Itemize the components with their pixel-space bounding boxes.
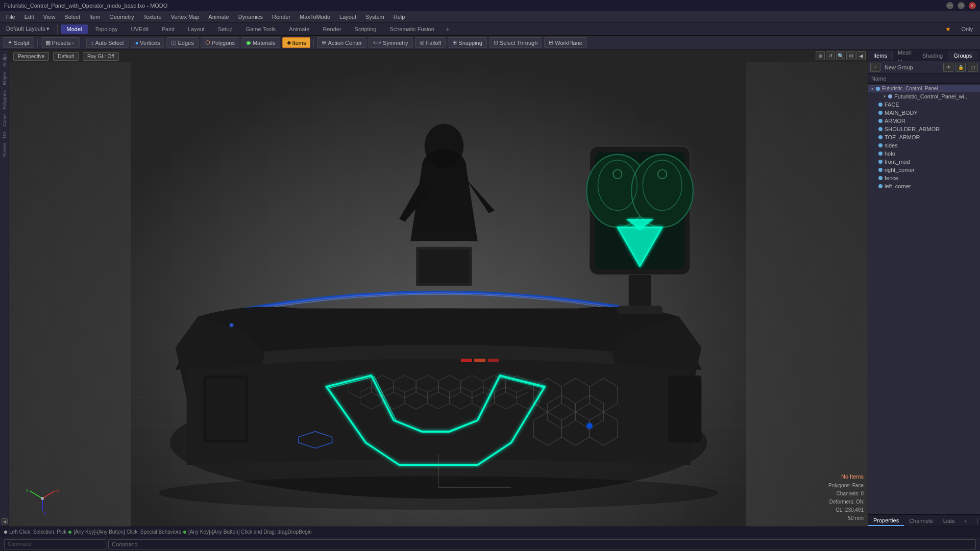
presets-button[interactable]: ▦ Presets ▸ [41, 37, 80, 48]
scene-tree[interactable]: ▾ Futuristic_Control_Panel_... ▾ Futuris… [868, 84, 980, 514]
minimize-button[interactable]: — [946, 2, 953, 9]
tab-animate[interactable]: Animate [283, 24, 315, 34]
sidebar-edges[interactable]: Edges [1, 70, 8, 87]
tab-uvedit[interactable]: UVEdit [125, 24, 155, 34]
tab-only-label[interactable]: Only [956, 24, 978, 34]
tree-item-right-corner[interactable]: right_corner [868, 166, 980, 174]
viewport[interactable]: Perspective Default Ray GL: Off ⊕ ↺ 🔍 ⚙ … [9, 50, 868, 527]
symmetry-button[interactable]: ⟺ Symmetry [369, 37, 413, 48]
menu-geometry[interactable]: Geometry [105, 13, 138, 21]
rp-lock-icon[interactable]: 🔒 [955, 63, 966, 72]
sidebar-uv[interactable]: UV [1, 130, 8, 140]
menu-file[interactable]: File [2, 13, 19, 21]
rpb-tab-channels[interactable]: Channels [904, 516, 938, 525]
menu-view[interactable]: View [39, 13, 60, 21]
perspective-button[interactable]: Perspective [13, 52, 49, 61]
sculpt-button[interactable]: ✦ Sculpt [3, 37, 34, 48]
tab-render[interactable]: Render [316, 24, 347, 34]
tree-item-root[interactable]: ▾ Futuristic_Control_Panel_wi... [868, 92, 980, 101]
materials-button[interactable]: ◉ Materials [241, 37, 280, 48]
tree-item-label-armor: ARMOR [885, 118, 905, 124]
sidebar-curve[interactable]: Curve [1, 112, 8, 129]
menu-layout[interactable]: Layout [335, 13, 360, 21]
close-button[interactable]: ✕ [969, 2, 976, 9]
rpb-tab-properties[interactable]: Properties [868, 516, 904, 526]
tab-scripting[interactable]: Scripting [349, 24, 383, 34]
menu-maxtomodo[interactable]: MaxToModo [296, 13, 334, 21]
maximize-button[interactable]: □ [958, 2, 965, 9]
tree-item-main-body[interactable]: MAIN_BODY [868, 109, 980, 117]
menu-render[interactable]: Render [268, 13, 295, 21]
auto-select-icon: ↕ [91, 40, 94, 46]
menu-texture[interactable]: Texture [139, 13, 166, 21]
snapping-button[interactable]: ⊞ Snapping [448, 37, 487, 48]
rp-tab-items[interactable]: Items [868, 51, 893, 60]
sidebar-polygons[interactable]: Polygons [1, 88, 8, 111]
svg-rect-54 [461, 359, 472, 362]
tab-add-button[interactable]: + [442, 23, 454, 35]
rp-square-icon[interactable]: ◻ [968, 63, 978, 72]
rp-tab-groups[interactable]: Groups [948, 51, 977, 60]
tree-root-group[interactable]: ▾ Futuristic_Control_Panel_... [868, 85, 980, 92]
tab-game-tools[interactable]: Game Tools [240, 24, 282, 34]
ray-gl-button[interactable]: Ray GL: Off [83, 52, 119, 61]
status-dot-white [4, 531, 7, 534]
select-through-button[interactable]: ⊡ Select Through [489, 37, 542, 48]
no-items-label: No Items [828, 472, 864, 482]
menu-vertex-map[interactable]: Vertex Map [167, 13, 204, 21]
command-input[interactable] [108, 539, 976, 549]
sidebar-fusion[interactable]: Fusion [1, 141, 8, 159]
vp-link-icon[interactable]: ⊕ [816, 51, 825, 60]
rp-eye-icon[interactable]: 👁 [943, 63, 953, 72]
auto-select-button[interactable]: ↕ Auto Select [86, 38, 129, 48]
vp-settings-icon[interactable]: ⚙ [846, 51, 855, 60]
tree-item-holo[interactable]: holo [868, 149, 980, 158]
vertices-button[interactable]: ● Vertices [131, 38, 165, 48]
action-center-button[interactable]: ⊕ Action Center [317, 37, 366, 48]
tab-setup[interactable]: Setup [212, 24, 239, 34]
presets-icon: ▦ [45, 39, 51, 46]
svg-rect-61 [206, 378, 246, 440]
rp-tab-mesh[interactable]: Mesh ... [893, 48, 917, 63]
tree-item-armor[interactable]: ARMOR [868, 117, 980, 125]
tree-item-sides[interactable]: sides [868, 141, 980, 149]
sidebar-sculpt[interactable]: Sculpt [1, 52, 8, 69]
tab-layout[interactable]: Layout [182, 24, 211, 34]
menu-dynamics[interactable]: Dynamics [234, 13, 267, 21]
sidebar-expand-icon[interactable]: ◀ [2, 518, 8, 524]
separator-1 [37, 38, 38, 47]
tree-item-front-mod[interactable]: front_mod [868, 158, 980, 166]
tab-model[interactable]: Model [61, 24, 88, 34]
default-shading-button[interactable]: Default [53, 52, 79, 61]
workplane-button[interactable]: ⊟ WorkPlane [544, 37, 587, 48]
edges-button[interactable]: ◫ Edges [166, 37, 198, 48]
new-group-button[interactable]: + [870, 63, 880, 72]
menu-system[interactable]: System [361, 13, 388, 21]
menu-item[interactable]: Item [85, 13, 104, 21]
vp-rotate-icon[interactable]: ↺ [826, 51, 835, 60]
svg-text:Z: Z [43, 511, 46, 516]
tab-paint[interactable]: Paint [156, 24, 181, 34]
menu-select[interactable]: Select [60, 13, 84, 21]
tree-item-toe-armor[interactable]: TOE_ARMOR [868, 133, 980, 141]
items-button[interactable]: ◈ Items [282, 37, 311, 48]
rp-tab-more[interactable]: ▾ [977, 51, 980, 61]
tree-item-face[interactable]: FACE [868, 101, 980, 109]
rpb-tab-lists[interactable]: Lists [938, 516, 960, 525]
rp-tab-shading[interactable]: Shading [917, 51, 948, 60]
menu-animate[interactable]: Animate [204, 13, 233, 21]
falloff-button[interactable]: ◎ Falloff [415, 37, 446, 48]
polygons-button[interactable]: ⬡ Polygons [201, 37, 239, 48]
tree-item-shoulder-armor[interactable]: SHOULDER_ARMOR [868, 125, 980, 133]
tab-schematic[interactable]: Schematic Fusion [383, 24, 440, 34]
vp-collapse-icon[interactable]: ◀ [856, 51, 866, 60]
menu-help[interactable]: Help [389, 13, 409, 21]
tab-topology[interactable]: Topology [89, 24, 124, 34]
rpb-expand-icon[interactable]: ⟨ [973, 517, 980, 525]
rpb-add-button[interactable]: + [960, 516, 971, 525]
tree-item-fence[interactable]: fence [868, 174, 980, 182]
default-layouts[interactable]: Default Layouts ▾ [2, 26, 54, 32]
tree-item-left-corner[interactable]: left_corner [868, 182, 980, 190]
menu-edit[interactable]: Edit [20, 13, 38, 21]
vp-zoom-icon[interactable]: 🔍 [836, 51, 845, 60]
